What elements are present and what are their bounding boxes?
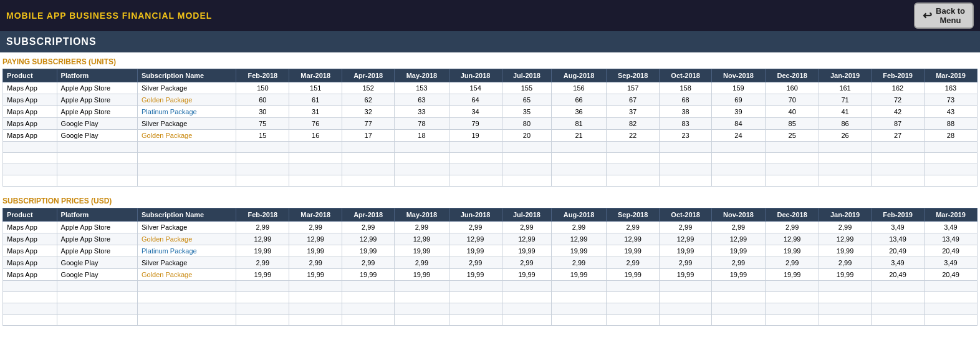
subscriptions-title: SUBSCRIPTIONS: [6, 36, 97, 47]
data-cell: 2,99: [289, 222, 342, 233]
col-header-14: Jan-2019: [819, 208, 872, 222]
col-header-2: Subscription Name: [137, 208, 236, 222]
product-cell: Maps App: [3, 82, 57, 94]
data-cell: 72: [872, 94, 925, 106]
data-cell: 152: [342, 82, 395, 94]
subscription-name-cell: Silver Package: [137, 222, 236, 233]
data-cell: 69: [711, 94, 766, 106]
table-row: Maps AppGoogle PlayGolden Package1516171…: [3, 130, 978, 142]
col-header-3: Feb-2018: [236, 69, 289, 82]
data-cell: 12,99: [502, 233, 552, 245]
subscription-name-cell: Silver Package: [137, 82, 236, 94]
data-cell: 19,99: [342, 269, 395, 281]
col-header-2: Subscription Name: [137, 69, 236, 82]
platform-cell: Apple App Store: [57, 222, 137, 233]
data-cell: 2,99: [711, 257, 766, 269]
empty-row: [3, 142, 978, 153]
col-header-6: May-2018: [395, 69, 449, 82]
subscription-name-cell: Silver Package: [137, 257, 236, 269]
data-cell: 2,99: [502, 222, 552, 233]
data-cell: 87: [872, 118, 925, 130]
data-cell: 19,99: [395, 269, 449, 281]
data-cell: 34: [449, 106, 502, 118]
product-cell: Maps App: [3, 94, 57, 106]
data-cell: 12,99: [289, 233, 342, 245]
data-cell: 15: [236, 130, 289, 142]
col-header-10: Sep-2018: [606, 69, 660, 82]
data-cell: 81: [552, 118, 606, 130]
col-header-8: Jul-2018: [502, 208, 552, 222]
data-cell: 66: [552, 94, 606, 106]
table-row: Maps AppGoogle PlaySilver Package2,992,9…: [3, 257, 978, 269]
data-cell: 62: [342, 94, 395, 106]
data-cell: 13,49: [924, 233, 977, 245]
col-header-5: Apr-2018: [342, 208, 395, 222]
col-header-0: Product: [3, 69, 57, 82]
top-header: MOBILE APP BUSINESS FINANCIAL MODEL ↩ Ba…: [0, 0, 980, 31]
data-cell: 77: [342, 118, 395, 130]
subscription-name-cell: Golden Package: [137, 94, 236, 106]
data-cell: 70: [766, 94, 819, 106]
empty-row: [3, 281, 978, 292]
paying-subscribers-section: PAYING SUBSCRIBERS (UNITS) ProductPlatfo…: [0, 52, 980, 187]
data-cell: 19,99: [449, 245, 502, 257]
data-cell: 163: [924, 82, 977, 94]
subscription-name-cell: Silver Package: [137, 118, 236, 130]
table-row: Maps AppApple App StoreSilver Package2,9…: [3, 222, 978, 233]
data-cell: 19,99: [502, 269, 552, 281]
subscription-prices-label: SUBSCRIPTION PRICES (USD): [0, 192, 980, 208]
platform-cell: Google Play: [57, 130, 137, 142]
sub-header: SUBSCRIPTIONS: [0, 31, 980, 52]
empty-row: [3, 315, 978, 326]
data-cell: 75: [236, 118, 289, 130]
col-header-0: Product: [3, 208, 57, 222]
table-row: Maps AppApple App StoreGolden Package12,…: [3, 233, 978, 245]
data-cell: 68: [660, 94, 711, 106]
data-cell: 67: [606, 94, 660, 106]
subscription-name-cell: Platinum Package: [137, 245, 236, 257]
platform-cell: Apple App Store: [57, 106, 137, 118]
platform-cell: Apple App Store: [57, 82, 137, 94]
col-header-15: Feb-2019: [872, 69, 925, 82]
data-cell: 13,49: [872, 233, 925, 245]
back-to-menu-button[interactable]: ↩ Back toMenu: [914, 2, 974, 29]
data-cell: 12,99: [395, 233, 449, 245]
data-cell: 2,99: [711, 222, 766, 233]
data-cell: 2,99: [236, 222, 289, 233]
data-cell: 28: [924, 130, 977, 142]
paying-subscribers-table: ProductPlatformSubscription NameFeb-2018…: [2, 69, 978, 187]
data-cell: 24: [711, 130, 766, 142]
empty-row: [3, 175, 978, 187]
data-cell: 2,99: [552, 222, 606, 233]
data-cell: 19,99: [236, 245, 289, 257]
col-header-16: Mar-2019: [924, 208, 977, 222]
data-cell: 42: [872, 106, 925, 118]
data-cell: 19,99: [449, 269, 502, 281]
platform-cell: Apple App Store: [57, 233, 137, 245]
data-cell: 156: [552, 82, 606, 94]
data-cell: 12,99: [342, 233, 395, 245]
subscription-prices-header-row: ProductPlatformSubscription NameFeb-2018…: [3, 208, 978, 222]
subscription-prices-table-wrapper: ProductPlatformSubscription NameFeb-2018…: [0, 208, 980, 326]
data-cell: 78: [395, 118, 449, 130]
col-header-13: Dec-2018: [766, 69, 819, 82]
col-header-1: Platform: [57, 208, 137, 222]
data-cell: 19,99: [711, 245, 766, 257]
subscription-name-cell: Platinum Package: [137, 106, 236, 118]
data-cell: 157: [606, 82, 660, 94]
data-cell: 19,99: [819, 269, 872, 281]
back-btn-label: Back toMenu: [936, 6, 965, 25]
data-cell: 2,99: [819, 257, 872, 269]
empty-row: [3, 292, 978, 303]
data-cell: 26: [819, 130, 872, 142]
platform-cell: Google Play: [57, 118, 137, 130]
subscription-name-cell: Golden Package: [137, 269, 236, 281]
table-row: Maps AppApple App StorePlatinum Package1…: [3, 245, 978, 257]
data-cell: 3,49: [872, 257, 925, 269]
table-row: Maps AppGoogle PlaySilver Package7576777…: [3, 118, 978, 130]
data-cell: 30: [236, 106, 289, 118]
data-cell: 39: [711, 106, 766, 118]
col-header-4: Mar-2018: [289, 69, 342, 82]
data-cell: 12,99: [449, 233, 502, 245]
table-row: Maps AppGoogle PlayGolden Package19,9919…: [3, 269, 978, 281]
